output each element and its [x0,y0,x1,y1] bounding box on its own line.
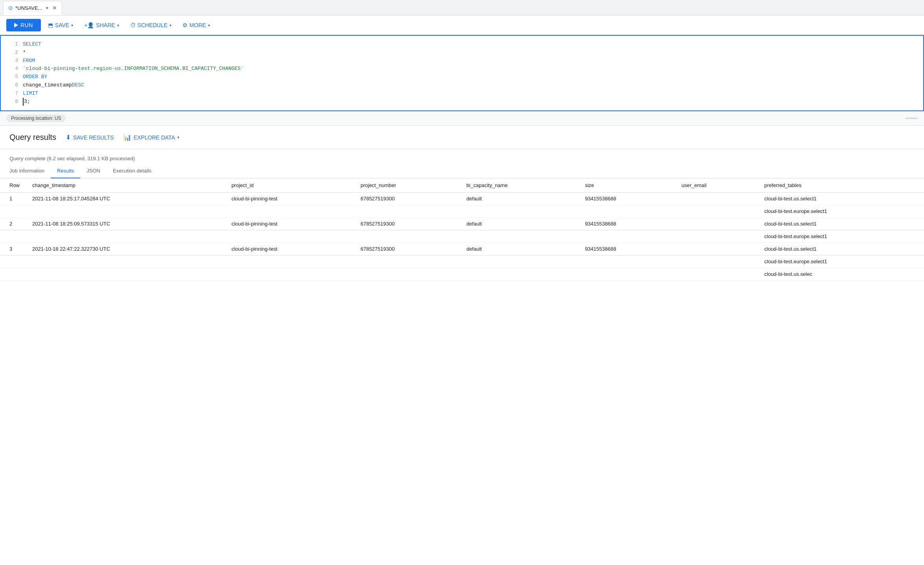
col-size: size [579,178,676,193]
cell-bi-capacity-name: default [460,193,578,205]
tab-job-information[interactable]: Job information [9,165,51,178]
cell-project-number: 678527519300 [354,218,460,230]
cell-empty [225,205,354,218]
save-results-button[interactable]: ⬇ SAVE RESULTS [66,132,114,143]
tab-label: *UNSAVE... [15,5,42,11]
cell-empty [675,268,758,281]
tab-arrow-icon[interactable]: ▾ [46,6,48,11]
save-results-label: SAVE RESULTS [73,134,114,141]
col-change-timestamp: change_timestamp [26,178,225,193]
row-num-empty [0,268,26,281]
cell-empty [354,205,460,218]
sql-editor[interactable]: 1 SELECT 2 * 3 FROM 4 `cloud-bi-pinning-… [0,35,924,111]
tab-execution-details[interactable]: Execution details [107,165,158,178]
sql-line-4: 4 `cloud-bi-pinning-test.region-us.INFOR… [1,65,923,73]
share-chevron-icon: ▾ [117,23,119,28]
tab-json[interactable]: JSON [80,165,107,178]
row-num: 1 [0,193,26,205]
col-bi-capacity-name: bi_capacity_name [460,178,578,193]
cell-preferred-tables-sub: cloud-bi-test.us.selec [758,268,924,281]
cell-empty [460,268,578,281]
more-label: MORE [190,22,206,28]
sql-line-7: 7 LIMIT [1,90,923,98]
table-sub-row: cloud-bi-test.us.selec [0,268,924,281]
cell-preferred-tables: cloud-bi-test.us.select1 [758,243,924,255]
tab-results[interactable]: Results [51,165,80,178]
sql-code: change_timestamp [23,81,72,90]
cell-empty [579,230,676,243]
cell-change-timestamp: 2021-11-08 18:25:09.573315 UTC [26,218,225,230]
results-title: Query results [9,133,56,142]
sql-line-3: 3 FROM [1,57,923,65]
cell-empty [675,205,758,218]
cell-empty [460,230,578,243]
row-num-empty [0,255,26,268]
cell-empty [354,268,460,281]
tab-execution-label: Execution details [113,168,151,174]
cell-project-id: cloud-bi-pinning-test [225,193,354,205]
cell-empty [26,230,225,243]
share-label: SHARE [96,22,115,28]
table-header-row: Row change_timestamp project_id project_… [0,178,924,193]
processing-location-badge[interactable]: Processing location: US [6,114,66,122]
cell-user-email [675,193,758,205]
save-results-icon: ⬇ [66,134,71,141]
sql-code: 3; [23,98,30,106]
active-tab[interactable]: ⊙ *UNSAVE... ▾ ✕ [3,1,62,15]
share-button[interactable]: +👤 SHARE ▾ [80,20,123,31]
drag-handle[interactable] [905,117,918,119]
explore-chevron-icon: ▾ [177,135,179,139]
col-project-id: project_id [225,178,354,193]
cell-empty [354,230,460,243]
tab-bar: ⊙ *UNSAVE... ▾ ✕ [0,0,924,16]
chart-icon: 📊 [123,134,131,141]
cell-size: 93415538688 [579,243,676,255]
tab-close-button[interactable]: ✕ [52,5,57,11]
cell-empty [675,255,758,268]
cell-change-timestamp: 2021-11-08 18:25:17.045284 UTC [26,193,225,205]
result-tabs: Job information Results JSON Execution d… [0,165,924,178]
col-user-email: user_email [675,178,758,193]
cell-size: 93415538688 [579,193,676,205]
schedule-button[interactable]: ⏱ SCHEDULE ▾ [126,20,175,31]
schedule-icon: ⏱ [130,22,136,28]
cell-project-id: cloud-bi-pinning-test [225,243,354,255]
cell-size: 93415538688 [579,218,676,230]
col-project-number: project_number [354,178,460,193]
table-sub-row: cloud-bi-test.europe.select1 [0,255,924,268]
table-row: 1 2021-11-08 18:25:17.045284 UTC cloud-b… [0,193,924,205]
cell-user-email [675,243,758,255]
cell-project-id: cloud-bi-pinning-test [225,218,354,230]
more-button[interactable]: ⚙ MORE ▾ [179,20,214,31]
sql-code: LIMIT [23,90,38,98]
line-number: 5 [7,73,18,81]
settings-icon: ⚙ [182,22,188,28]
processing-bar: Processing location: US [0,111,924,126]
tab-results-label: Results [57,168,74,174]
cell-empty [460,255,578,268]
cell-bi-capacity-name: default [460,218,578,230]
cell-empty [26,205,225,218]
cell-empty [675,230,758,243]
save-chevron-icon: ▾ [71,23,73,28]
cell-empty [225,230,354,243]
row-num: 2 [0,218,26,230]
save-label: SAVE [55,22,69,28]
query-status: Query complete (6.2 sec elapsed, 319.1 K… [0,149,924,165]
results-section: Query results ⬇ SAVE RESULTS 📊 EXPLORE D… [0,126,924,281]
save-button[interactable]: ⬒ SAVE ▾ [44,20,77,31]
table-container: Row change_timestamp project_id project_… [0,178,924,281]
cell-preferred-tables-sub: cloud-bi-test.europe.select1 [758,230,924,243]
row-num-empty [0,230,26,243]
line-number: 6 [7,81,18,90]
results-table: Row change_timestamp project_id project_… [0,178,924,281]
tab-json-label: JSON [87,168,100,174]
run-label: RUN [20,22,33,28]
explore-data-button[interactable]: 📊 EXPLORE DATA ▾ [123,132,179,143]
query-status-text: Query complete (6.2 sec elapsed, 319.1 K… [9,156,135,161]
cell-change-timestamp: 2021-10-18 22:47:22.322730 UTC [26,243,225,255]
run-button[interactable]: RUN [6,19,41,31]
table-sub-row: cloud-bi-test.europe.select1 [0,230,924,243]
row-num: 3 [0,243,26,255]
table-row: 2 2021-11-08 18:25:09.573315 UTC cloud-b… [0,218,924,230]
